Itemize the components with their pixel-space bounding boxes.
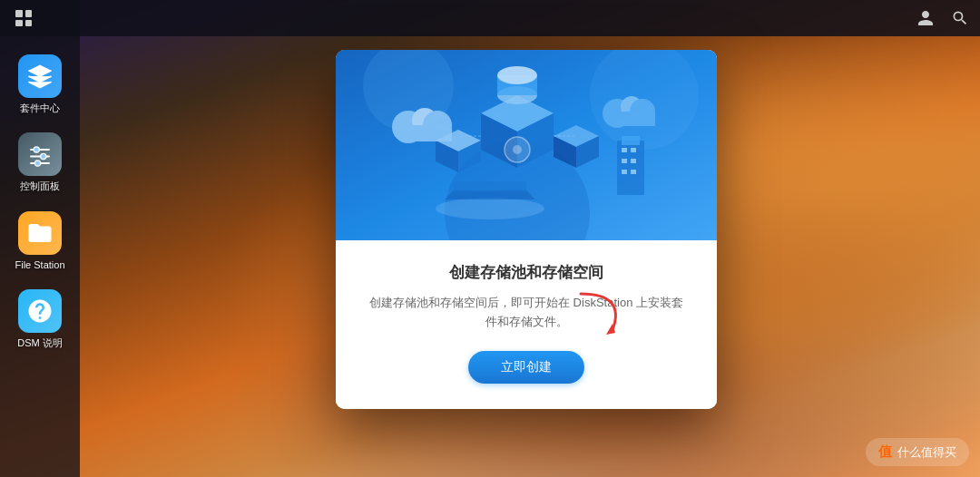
svg-point-16 bbox=[497, 66, 537, 84]
create-now-button[interactable]: 立即创建 bbox=[468, 351, 584, 384]
svg-rect-35 bbox=[622, 159, 627, 163]
dialog-title: 创建存储池和存储空间 bbox=[365, 262, 688, 283]
arrow-annotation bbox=[563, 289, 644, 347]
create-storage-dialog: 创建存储池和存储空间 创建存储池和存储空间后，即可开始在 DiskStation… bbox=[336, 50, 717, 410]
svg-rect-26 bbox=[408, 125, 452, 141]
desktop: 套件中心 控制面板 File bbox=[0, 0, 980, 477]
svg-rect-37 bbox=[622, 170, 627, 174]
svg-point-10 bbox=[436, 198, 544, 219]
svg-rect-30 bbox=[617, 112, 655, 126]
svg-rect-34 bbox=[631, 148, 636, 152]
svg-rect-38 bbox=[631, 170, 636, 174]
dialog-body: 创建存储池和存储空间 创建存储池和存储空间后，即可开始在 DiskStation… bbox=[336, 240, 717, 410]
svg-rect-36 bbox=[631, 159, 636, 163]
svg-rect-32 bbox=[622, 136, 640, 145]
svg-rect-41 bbox=[454, 181, 526, 192]
svg-rect-33 bbox=[622, 148, 627, 152]
modal-overlay: 创建存储池和存储空间 创建存储池和存储空间后，即可开始在 DiskStation… bbox=[0, 0, 980, 477]
dialog-hero-image bbox=[336, 50, 717, 240]
svg-point-40 bbox=[513, 145, 522, 154]
